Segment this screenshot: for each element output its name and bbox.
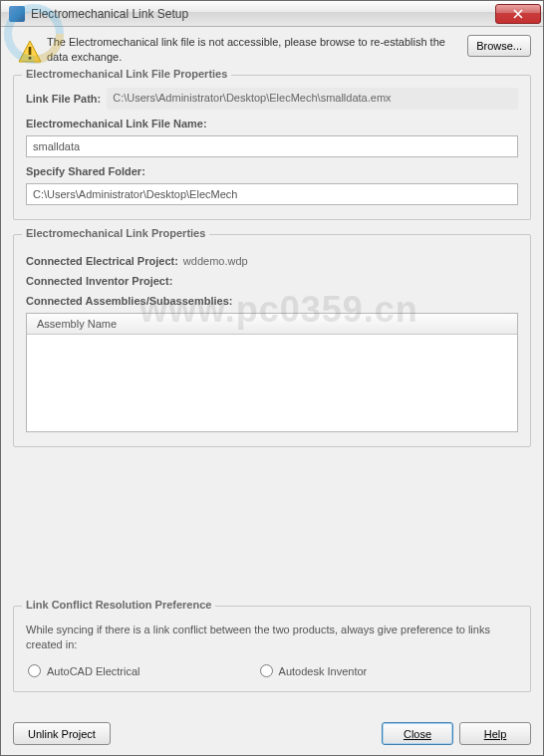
link-properties-legend: Electromechanical Link Properties xyxy=(22,227,209,239)
conflict-text: While syncing if there is a link conflic… xyxy=(26,623,518,652)
warning-icon xyxy=(17,39,43,65)
link-file-name-input[interactable] xyxy=(26,135,518,157)
bottom-bar: Unlink Project Close Help xyxy=(1,716,543,755)
svg-rect-0 xyxy=(29,47,32,55)
warning-text: The Electromechanical link file is not a… xyxy=(47,35,467,65)
help-button[interactable]: Help xyxy=(459,722,531,745)
close-button[interactable]: Close xyxy=(382,722,453,745)
window-close-button[interactable] xyxy=(495,4,541,24)
radio-inventor-input[interactable] xyxy=(260,664,273,677)
conflict-group: Link Conflict Resolution Preference Whil… xyxy=(13,606,531,692)
link-file-path-label: Link File Path: xyxy=(26,93,101,105)
radio-autodesk-inventor[interactable]: Autodesk Inventor xyxy=(260,664,368,677)
titlebar[interactable]: Electromechanical Link Setup xyxy=(1,1,543,27)
conflict-legend: Link Conflict Resolution Preference xyxy=(22,599,215,611)
shared-folder-input[interactable] xyxy=(26,183,518,205)
link-properties-group: Electromechanical Link Properties Connec… xyxy=(13,234,531,447)
close-icon xyxy=(513,9,523,19)
assemblies-table-header: Assembly Name xyxy=(27,314,517,335)
content-area: The Electromechanical link file is not a… xyxy=(1,27,543,716)
browse-button[interactable]: Browse... xyxy=(467,35,531,57)
radio-inventor-label: Autodesk Inventor xyxy=(279,665,368,677)
file-properties-group: Electromechanical Link File Properties L… xyxy=(13,75,531,220)
connected-electrical-value: wddemo.wdp xyxy=(183,255,248,267)
connected-assemblies-label: Connected Assemblies/Subassemblies: xyxy=(26,295,518,307)
unlink-project-button[interactable]: Unlink Project xyxy=(13,722,111,745)
connected-inventor-label: Connected Inventor Project: xyxy=(26,275,172,287)
assemblies-table[interactable]: Assembly Name xyxy=(26,313,518,432)
shared-folder-label: Specify Shared Folder: xyxy=(26,165,518,177)
connected-electrical-label: Connected Electrical Project: xyxy=(26,255,178,267)
radio-autocad-input[interactable] xyxy=(28,664,41,677)
svg-rect-1 xyxy=(29,57,32,60)
file-properties-legend: Electromechanical Link File Properties xyxy=(22,68,231,80)
radio-autocad-electrical[interactable]: AutoCAD Electrical xyxy=(28,664,140,677)
dialog-window: Electromechanical Link Setup The Electro… xyxy=(0,0,544,756)
window-title: Electromechanical Link Setup xyxy=(31,7,495,21)
warning-row: The Electromechanical link file is not a… xyxy=(13,35,531,65)
link-file-path-value: C:\Users\Administrator\Desktop\ElecMech\… xyxy=(107,88,518,110)
app-icon xyxy=(9,6,25,22)
radio-autocad-label: AutoCAD Electrical xyxy=(47,665,140,677)
link-file-name-label: Electromechanical Link File Name: xyxy=(26,118,518,129)
